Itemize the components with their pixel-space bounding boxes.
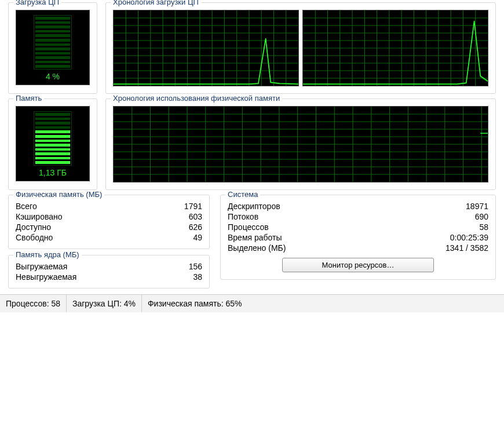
cpu-gauge: 4 % bbox=[16, 10, 90, 85]
status-bar: Процессов: 58 Загрузка ЦП: 4% Физическая… bbox=[0, 294, 504, 312]
system-title: Система bbox=[225, 190, 260, 199]
cpu-history-graph-right bbox=[302, 10, 488, 86]
table-row: Выгружаемая156 bbox=[14, 261, 203, 272]
cpu-gauge-title: Загрузка ЦП bbox=[13, 0, 61, 6]
cpu-history-group: Хронология загрузки ЦП bbox=[105, 2, 496, 94]
table-row: Свободно49 bbox=[14, 232, 203, 243]
table-row: Процессов58 bbox=[227, 222, 490, 232]
table-row: Потоков690 bbox=[227, 211, 490, 222]
table-row: Доступно626 bbox=[14, 222, 203, 232]
table-row: Кэшировано603 bbox=[14, 211, 203, 222]
table-row: Невыгружаемая38 bbox=[14, 272, 203, 282]
status-cpu: Загрузка ЦП: 4% bbox=[67, 295, 142, 312]
system-table: Дескрипторов18971 Потоков690 Процессов58… bbox=[227, 201, 490, 253]
mem-history-group: Хронология использования физической памя… bbox=[105, 98, 496, 190]
mem-history-title: Хронология использования физической памя… bbox=[111, 94, 282, 103]
kernel-memory-table: Выгружаемая156 Невыгружаемая38 bbox=[14, 261, 203, 282]
mem-gauge: 1,13 ГБ bbox=[16, 106, 90, 181]
status-processes: Процессов: 58 bbox=[0, 295, 67, 312]
kernel-memory-title: Память ядра (МБ) bbox=[13, 250, 82, 259]
mem-gauge-value: 1,13 ГБ bbox=[39, 168, 67, 177]
table-row: Всего1791 bbox=[14, 201, 203, 211]
kernel-memory-group: Память ядра (МБ) Выгружаемая156 Невыгруж… bbox=[8, 255, 210, 288]
resource-monitor-button[interactable]: Монитор ресурсов… bbox=[282, 258, 434, 272]
physical-memory-title: Физическая память (МБ) bbox=[13, 190, 104, 199]
cpu-history-title: Хронология загрузки ЦП bbox=[111, 0, 201, 6]
mem-gauge-group: Память 1,13 ГБ bbox=[8, 98, 97, 190]
table-row: Выделено (МБ)1341 / 3582 bbox=[227, 243, 490, 253]
cpu-gauge-group: Загрузка ЦП 4 % bbox=[8, 2, 97, 94]
table-row: Дескрипторов18971 bbox=[227, 201, 490, 211]
cpu-gauge-value: 4 % bbox=[46, 72, 60, 81]
system-group: Система Дескрипторов18971 Потоков690 Про… bbox=[220, 195, 496, 280]
table-row: Время работы0:00:25:39 bbox=[227, 232, 490, 243]
mem-gauge-title: Память bbox=[13, 94, 44, 103]
cpu-history-graph-left bbox=[113, 10, 299, 86]
physical-memory-group: Физическая память (МБ) Всего1791 Кэширов… bbox=[8, 195, 210, 249]
physical-memory-table: Всего1791 Кэшировано603 Доступно626 Своб… bbox=[14, 201, 203, 243]
status-memory: Физическая память: 65% bbox=[142, 295, 248, 312]
mem-history-graph bbox=[113, 106, 488, 182]
